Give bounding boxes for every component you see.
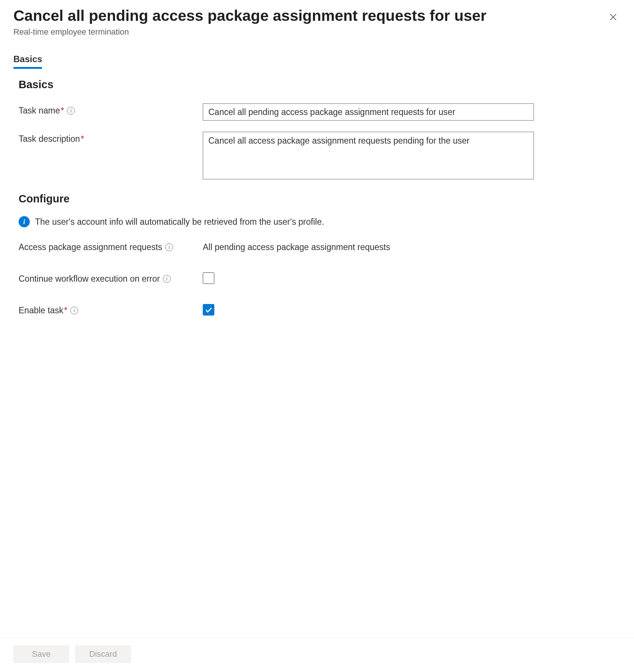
- panel-footer: Save Discard: [0, 637, 634, 672]
- task-config-panel: Cancel all pending access package assign…: [0, 0, 634, 672]
- panel-header: Cancel all pending access package assign…: [13, 7, 621, 37]
- configure-section-title: Configure: [19, 193, 621, 205]
- access-package-label: Access package assignment requests: [19, 242, 162, 252]
- save-button[interactable]: Save: [13, 645, 69, 663]
- info-icon[interactable]: i: [163, 275, 171, 283]
- tab-basics[interactable]: Basics: [13, 54, 42, 68]
- info-icon[interactable]: i: [67, 107, 75, 115]
- access-package-row: Access package assignment requests i All…: [19, 240, 621, 252]
- task-description-row: Task description* Cancel all access pack…: [19, 132, 621, 182]
- task-name-row: Task name* i: [19, 103, 621, 121]
- enable-task-label: Enable task*: [19, 305, 67, 316]
- panel-subtitle: Real-time employee termination: [13, 27, 598, 37]
- continue-on-error-checkbox[interactable]: [203, 272, 214, 284]
- task-description-label: Task description*: [19, 134, 84, 144]
- info-icon[interactable]: i: [165, 243, 173, 251]
- required-mark: *: [81, 134, 84, 144]
- close-button[interactable]: [606, 10, 621, 25]
- required-mark: *: [61, 106, 64, 115]
- panel-title: Cancel all pending access package assign…: [13, 7, 598, 25]
- panel-content: Basics Task name* i Task description* Ca…: [13, 79, 621, 637]
- checkmark-icon: [205, 306, 213, 314]
- tabs: Basics: [13, 54, 621, 68]
- close-icon: [609, 13, 618, 22]
- task-name-input[interactable]: [203, 103, 534, 121]
- access-package-value: All pending access package assignment re…: [203, 240, 390, 252]
- continue-on-error-label: Continue workflow execution on error: [19, 274, 160, 284]
- basics-section-title: Basics: [19, 79, 621, 91]
- info-banner: i The user's account info will automatic…: [19, 216, 621, 227]
- info-icon[interactable]: i: [70, 307, 78, 314]
- required-mark: *: [64, 305, 67, 315]
- continue-on-error-row: Continue workflow execution on error i: [19, 272, 621, 284]
- discard-button[interactable]: Discard: [75, 645, 131, 663]
- enable-task-row: Enable task* i: [19, 303, 621, 316]
- tab-label: Basics: [13, 54, 42, 64]
- info-banner-icon: i: [19, 216, 30, 227]
- enable-task-checkbox[interactable]: [203, 304, 214, 316]
- task-description-input[interactable]: Cancel all access package assignment req…: [203, 132, 534, 179]
- task-name-label: Task name*: [19, 106, 64, 116]
- info-banner-text: The user's account info will automatical…: [35, 217, 324, 227]
